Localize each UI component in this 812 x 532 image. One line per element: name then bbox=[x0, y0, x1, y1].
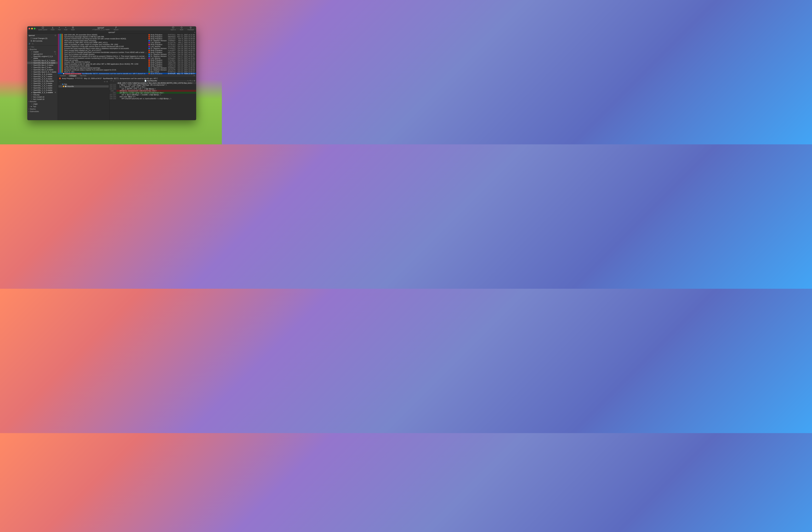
tab-changes[interactable]: Changes bbox=[69, 74, 77, 77]
remote-origin[interactable]: origin bbox=[27, 103, 58, 105]
branches-section[interactable]: Branches bbox=[27, 48, 58, 51]
external-link-icon[interactable] bbox=[193, 75, 195, 77]
branch-OpenSSL-engine-0_9_6-stable[interactable]: OpenSSL-engine-0_9_6-stable bbox=[27, 55, 58, 59]
svg-point-44 bbox=[31, 71, 32, 72]
commit-row[interactable]: Allow TLS tickets and session ID to both… bbox=[58, 55, 196, 57]
work-button[interactable]: Work bbox=[179, 27, 184, 30]
search-icon[interactable] bbox=[32, 43, 34, 45]
svg-point-50 bbox=[31, 76, 32, 76]
branch-OpenSSL_0_9_6-stable[interactable]: OpenSSL_0_9_6-stable bbox=[27, 73, 58, 75]
branch-OpenSSL_1_0_0-stable[interactable]: OpenSSL_1_0_0-stable bbox=[27, 82, 58, 84]
commit-row[interactable]: Make it possible to link VC static lib w… bbox=[58, 63, 196, 65]
collapse-icon[interactable]: ⤡ bbox=[187, 80, 189, 82]
svg-point-34 bbox=[32, 62, 32, 62]
push-button[interactable]: Push bbox=[63, 27, 69, 30]
split-icon[interactable]: ⫿ bbox=[192, 80, 193, 82]
branch-SSLeay[interactable]: SSLeay bbox=[27, 94, 58, 96]
commit-row[interactable]: Backport certificate status request TLS … bbox=[58, 69, 196, 71]
folder-fips[interactable]: fips bbox=[58, 83, 108, 85]
gear-icon[interactable]: ⚙ bbox=[193, 80, 195, 82]
commit-row[interactable]: Release OpenSSL 0.9.8g with various fixe… bbox=[58, 45, 196, 47]
sidebar-menu-icon[interactable] bbox=[54, 34, 56, 37]
svg-point-75 bbox=[31, 97, 32, 98]
file-makefile[interactable]: Makefile bbox=[58, 85, 108, 88]
commit-row[interactable]: Include USE_SOCKETS #defineAndy Polyakov… bbox=[58, 61, 196, 63]
tags-section[interactable]: ▸ Tags bbox=[27, 105, 58, 108]
commit-row[interactable]: Add SHA x86_64 assembler [from HEAD].And… bbox=[58, 34, 196, 36]
commit-row[interactable]: New unused field crippled ssl_ctx_st in … bbox=[58, 49, 196, 51]
svg-point-33 bbox=[31, 63, 32, 63]
list-icon[interactable] bbox=[106, 81, 108, 83]
tab-file-tree[interactable]: File Tree bbox=[79, 74, 87, 77]
commit-row[interactable]: Copy bn/asm/ia64.S from HEAD.Andy Polyak… bbox=[58, 65, 196, 67]
all-commits-item[interactable]: All Commits bbox=[27, 40, 58, 42]
zoom-button[interactable] bbox=[34, 28, 35, 29]
branch-OpenSSL_1_1_1-stable[interactable]: ✓ OpenSSL_1_1_1-stable4↓ bbox=[27, 91, 58, 94]
commit-row[interactable]: Don't try to lookup zero length session.… bbox=[58, 53, 196, 55]
svg-point-9 bbox=[191, 27, 191, 28]
branch-OpenSSL_0_9_7-stable[interactable]: OpenSSL_0_9_7-stable bbox=[27, 75, 58, 77]
branch-filter-icon[interactable] bbox=[29, 43, 30, 45]
branch-OpenSSL-fips-2_0-dev[interactable]: OpenSSL-fips-2_0-dev bbox=[27, 66, 58, 69]
new-tab-button[interactable]: + bbox=[194, 31, 195, 33]
pull-button[interactable]: Pull bbox=[57, 27, 61, 30]
remotes-section[interactable]: Remotes bbox=[27, 100, 58, 103]
svg-point-43 bbox=[32, 69, 32, 69]
toolbar: Quick Launch Fetch Pull Push Stash opens… bbox=[37, 27, 195, 30]
nav-up-icon[interactable]: ⌃ bbox=[111, 80, 112, 82]
branch-OpenSSL-fips-0_9_7-stable[interactable]: OpenSSL-fips-0_9_7-stable bbox=[27, 59, 58, 62]
commit-row[interactable]: Don't let DTLS ChangeCipherSpec incremen… bbox=[58, 51, 196, 53]
svg-point-70 bbox=[32, 89, 32, 90]
open-in-button[interactable]: Open in bbox=[170, 27, 177, 30]
branch-OpenSSL_0_9_8fg-stable[interactable]: OpenSSL_0_9_8fg-stable bbox=[27, 80, 58, 82]
commit-row[interactable]: Allow new session ticket when resuming.D… bbox=[58, 40, 196, 42]
commit-row[interactable]: Add OIDs by CMP (RFC 4210) and CRMF (RFC… bbox=[58, 42, 196, 44]
commit-row[interactable]: Avoid shadow and signed/unsigned warning… bbox=[58, 67, 196, 69]
commit-row[interactable]: Back to -dev.Ben Laurie074471aOct 12, 20… bbox=[58, 71, 196, 73]
filter-input[interactable] bbox=[31, 46, 54, 48]
svg-point-31 bbox=[32, 60, 32, 60]
commit-row[interactable]: Synchronize message digests in 098-fips … bbox=[58, 36, 196, 38]
branch-OpenSSL-fips2-0_9_7-stable[interactable]: OpenSSL-fips2-0_9_7-stable bbox=[27, 71, 58, 73]
stashes-section[interactable]: Stashes bbox=[27, 108, 58, 110]
tab-commit[interactable]: Commit bbox=[59, 74, 67, 77]
submodules-section[interactable]: Submodules bbox=[27, 110, 58, 113]
stash-button[interactable]: Stash bbox=[70, 27, 76, 30]
search-icon[interactable] bbox=[59, 81, 61, 82]
branch-master[interactable]: master35↓ bbox=[27, 51, 58, 53]
minimize-button[interactable] bbox=[31, 28, 33, 29]
branch-OpenSSL_0_9_8-stable[interactable]: OpenSSL_0_9_8-stable bbox=[27, 77, 58, 80]
commit-row[interactable]: Ensure the ticket expected flag is reset… bbox=[58, 47, 196, 49]
feedback-button[interactable]: Feedback bbox=[186, 27, 195, 30]
wrap-icon[interactable]: ¶ bbox=[190, 80, 191, 82]
svg-point-54 bbox=[31, 79, 32, 80]
diff-body[interactable]: @@ -103,7 +103,7 @@ fipscanister.o: fips… bbox=[110, 82, 196, 120]
fetch-button[interactable]: Fetch bbox=[50, 27, 56, 30]
nav-down-icon[interactable]: ⌄ bbox=[113, 80, 114, 82]
branch-button[interactable]: Branch bbox=[113, 27, 119, 30]
branch-OpenSSL-fips-2_0-stable[interactable]: OpenSSL-fips-2_0-stable bbox=[27, 69, 58, 71]
branch-OpenSSL_1_0_1-stable[interactable]: OpenSSL_1_0_1-stable bbox=[27, 84, 58, 87]
commit-row[interactable]: Work around inconsistent version numberi… bbox=[58, 57, 196, 59]
eye-icon[interactable] bbox=[104, 81, 105, 83]
branch-tls1.3-draft-19[interactable]: tls1.3-draft-19 bbox=[27, 98, 58, 100]
tab-openssl[interactable]: openssl* bbox=[108, 31, 115, 33]
svg-point-53 bbox=[31, 78, 32, 78]
commit-row[interactable]: Commit #16325 fixed one thing but broke … bbox=[58, 38, 196, 40]
svg-point-46 bbox=[32, 71, 32, 72]
svg-point-24 bbox=[31, 54, 32, 55]
branch-OpenSSL-fips-0_9_8-stable[interactable]: OpenSSL-fips-0_9_8-stable bbox=[27, 62, 58, 64]
commit-list[interactable]: Add SHA x86_64 assembler [from HEAD].And… bbox=[58, 34, 196, 74]
commit-row[interactable]: Make ssl compile.Andy Polyakovffe181cOct… bbox=[58, 59, 196, 61]
local-changes-item[interactable]: Local Changes (5) bbox=[27, 37, 58, 40]
branch-OpenSSL_1_1_0-stable[interactable]: OpenSSL_1_1_0-stable bbox=[27, 89, 58, 91]
commit-row[interactable]: Make it possible for older masm to compi… bbox=[58, 44, 196, 45]
close-button[interactable] bbox=[29, 28, 30, 29]
branch-OpenSSL-fips-1_2-stable[interactable]: OpenSSL-fips-1_2-stable bbox=[27, 64, 58, 66]
branch-openssl-3.0[interactable]: openssl-3.07↓ bbox=[27, 53, 58, 55]
branch-OpenSSL_1_0_2-stable[interactable]: OpenSSL_1_0_2-stable bbox=[27, 87, 58, 89]
branch-tls1.3-draft-18[interactable]: tls1.3-draft-18 bbox=[27, 96, 58, 98]
svg-point-32 bbox=[31, 62, 32, 62]
quick-launch-button[interactable]: Quick Launch bbox=[37, 27, 48, 30]
commit-row[interactable]: OpenSSL-fips-0_9_8-stablefips/Makefile: … bbox=[58, 73, 196, 74]
